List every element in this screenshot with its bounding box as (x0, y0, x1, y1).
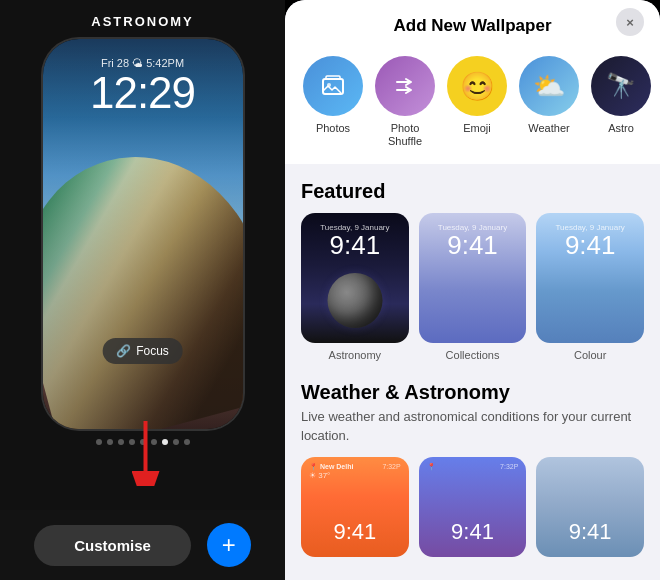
astronomy-card-label: Astronomy (329, 349, 382, 361)
photos-label: Photos (316, 122, 350, 135)
weather-label: Weather (528, 122, 569, 135)
left-panel: ASTRONOMY Fri 28 🌤 5:42PM 12:29 🔗 Focus (0, 0, 285, 580)
astronomy-preview: Tuesday, 9 January 9:41 (301, 213, 409, 343)
dot-1 (96, 439, 102, 445)
dot-7-active (162, 439, 168, 445)
dot-9 (184, 439, 190, 445)
phone-screen: Fri 28 🌤 5:42PM 12:29 🔗 Focus (43, 39, 243, 429)
modal-title: Add New Wallpaper (393, 16, 551, 36)
shuffle-icon (375, 56, 435, 116)
focus-pill[interactable]: 🔗 Focus (102, 338, 183, 364)
wp-type-weather[interactable]: ⛅ Weather (517, 56, 581, 148)
focus-link-icon: 🔗 (116, 344, 131, 358)
collections-preview-time: Tuesday, 9 January 9:41 (419, 223, 527, 258)
phone-time: 12:29 (43, 71, 243, 115)
svg-rect-3 (326, 76, 340, 79)
colour-preview: Tuesday, 9 January 9:41 (536, 213, 644, 343)
astro-icon: 🔭 (591, 56, 651, 116)
bottom-bar: Customise + (0, 510, 285, 580)
wp-type-emoji[interactable]: 😊 Emoji (445, 56, 509, 148)
featured-card-collections[interactable]: Tuesday, 9 January 9:41 Collections (419, 213, 527, 361)
dot-2 (107, 439, 113, 445)
phone-time-section: Fri 28 🌤 5:42PM 12:29 (43, 57, 243, 115)
customise-button[interactable]: Customise (34, 525, 191, 566)
collections-card-label: Collections (446, 349, 500, 361)
close-button[interactable]: × (616, 8, 644, 36)
dot-5 (140, 439, 146, 445)
phone-background: Fri 28 🌤 5:42PM 12:29 🔗 Focus (43, 39, 243, 429)
wp-type-shuffle[interactable]: PhotoShuffle (373, 56, 437, 148)
moon-circle (327, 273, 382, 328)
astro-label: Astro (608, 122, 634, 135)
wp-type-astro[interactable]: 🔭 Astro (589, 56, 653, 148)
featured-section-title: Featured (285, 164, 660, 213)
dot-8 (173, 439, 179, 445)
add-wallpaper-button[interactable]: + (207, 523, 251, 567)
weather-section-title: Weather & Astronomy (285, 373, 660, 408)
astronomy-preview-time: Tuesday, 9 January 9:41 (301, 223, 409, 258)
dot-4 (129, 439, 135, 445)
wallpaper-type-row: Photos PhotoShuffle 😊 Emoji ⛅ Weath (285, 44, 660, 164)
featured-row: Tuesday, 9 January 9:41 Astronomy Tuesda… (285, 213, 660, 373)
focus-label: Focus (136, 344, 169, 358)
featured-card-colour[interactable]: Tuesday, 9 January 9:41 Colour (536, 213, 644, 361)
colour-preview-time: Tuesday, 9 January 9:41 (536, 223, 644, 258)
phone-date: Fri 28 🌤 5:42PM (43, 57, 243, 69)
weather-cards-row: 📍 New Delhi ☀ 37° 7:32P 9:41 📍 7:32P 9:4… (285, 457, 660, 577)
weather-icon: ⛅ (519, 56, 579, 116)
collections-preview: Tuesday, 9 January 9:41 (419, 213, 527, 343)
weather-card-1-text: 📍 New Delhi ☀ 37° (309, 463, 353, 480)
wp-type-photos[interactable]: Photos (301, 56, 365, 148)
emoji-label: Emoji (463, 122, 491, 135)
modal-header: Add New Wallpaper × (285, 0, 660, 44)
right-panel: Add New Wallpaper × Photos (285, 0, 660, 580)
featured-card-astronomy[interactable]: Tuesday, 9 January 9:41 Astronomy (301, 213, 409, 361)
weather-card-1[interactable]: 📍 New Delhi ☀ 37° 7:32P 9:41 (301, 457, 409, 557)
weather-card-2[interactable]: 📍 7:32P 9:41 (419, 457, 527, 557)
colour-card-label: Colour (574, 349, 606, 361)
weather-card-2-text: 📍 (427, 463, 436, 471)
weather-card-3[interactable]: 9:41 (536, 457, 644, 557)
emoji-icon: 😊 (447, 56, 507, 116)
dot-3 (118, 439, 124, 445)
page-dots (0, 439, 285, 445)
dot-6 (151, 439, 157, 445)
astronomy-title: ASTRONOMY (0, 0, 285, 39)
shuffle-label: PhotoShuffle (388, 122, 422, 148)
photos-icon (303, 56, 363, 116)
weather-description: Live weather and astronomical conditions… (285, 408, 660, 456)
